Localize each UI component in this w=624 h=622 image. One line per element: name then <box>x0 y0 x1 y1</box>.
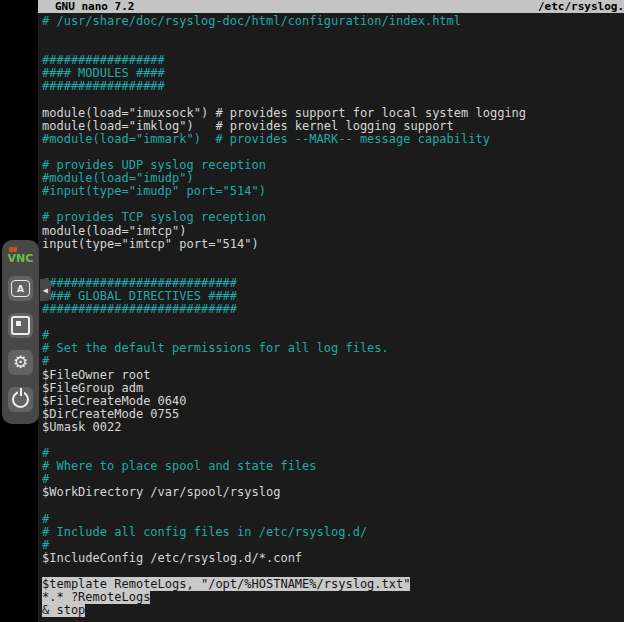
novnc-control-bar: VNC A ⚙ <box>2 240 39 424</box>
power-button[interactable] <box>8 387 33 412</box>
editor-content: # /usr/share/doc/rsyslog-doc/html/config… <box>38 13 624 617</box>
editor-line: # Include all config files in /etc/rsysl… <box>42 526 624 539</box>
editor-line: #input(type="imudp" port="514") <box>42 185 624 198</box>
editor-line: $DirCreateMode 0755 <box>42 408 624 421</box>
editor-line: input(type="imtcp" port="514") <box>42 238 624 251</box>
nano-titlebar: GNU nano 7.2 /etc/rsyslog. <box>38 0 624 13</box>
control-bar-handle[interactable]: ◀ <box>40 279 51 301</box>
editor-line <box>42 316 624 329</box>
file-path-label: /etc/rsyslog. <box>538 0 624 13</box>
editor-line: $WorkDirectory /var/spool/rsyslog <box>42 486 624 499</box>
keyboard-icon: A <box>11 280 30 297</box>
settings-button[interactable]: ⚙ <box>8 350 33 375</box>
editor-line: # Where to place spool and state files <box>42 460 624 473</box>
novnc-logo-text: VNC <box>8 253 34 264</box>
fullscreen-button[interactable] <box>8 313 33 338</box>
editor-line: & stop <box>42 604 624 617</box>
keyboard-button[interactable]: A <box>8 276 33 301</box>
editor-line: ################# <box>42 80 624 93</box>
editor-line <box>42 499 624 512</box>
novnc-logo-icon: VNC <box>8 247 34 264</box>
gear-icon: ⚙ <box>13 354 28 371</box>
editor-line <box>42 28 624 41</box>
editor-line: # /usr/share/doc/rsyslog-doc/html/config… <box>42 15 624 28</box>
editor-line: $IncludeConfig /etc/rsyslog.d/*.conf <box>42 552 624 565</box>
terminal-window[interactable]: GNU nano 7.2 /etc/rsyslog. # /usr/share/… <box>38 0 624 622</box>
chevron-left-icon: ◀ <box>43 286 48 295</box>
editor-line: *.* ?RemoteLogs <box>42 591 624 604</box>
editor-line: #module(load="immark") # provides --MARK… <box>42 133 624 146</box>
nano-version-label: GNU nano 7.2 <box>38 0 134 13</box>
power-icon <box>12 391 29 408</box>
editor-line <box>42 434 624 447</box>
editor-line: $Umask 0022 <box>42 421 624 434</box>
editor-line: ########################### <box>42 303 624 316</box>
fullscreen-icon <box>11 316 30 335</box>
editor-line <box>42 251 624 264</box>
editor-line: # Set the default permissions for all lo… <box>42 342 624 355</box>
